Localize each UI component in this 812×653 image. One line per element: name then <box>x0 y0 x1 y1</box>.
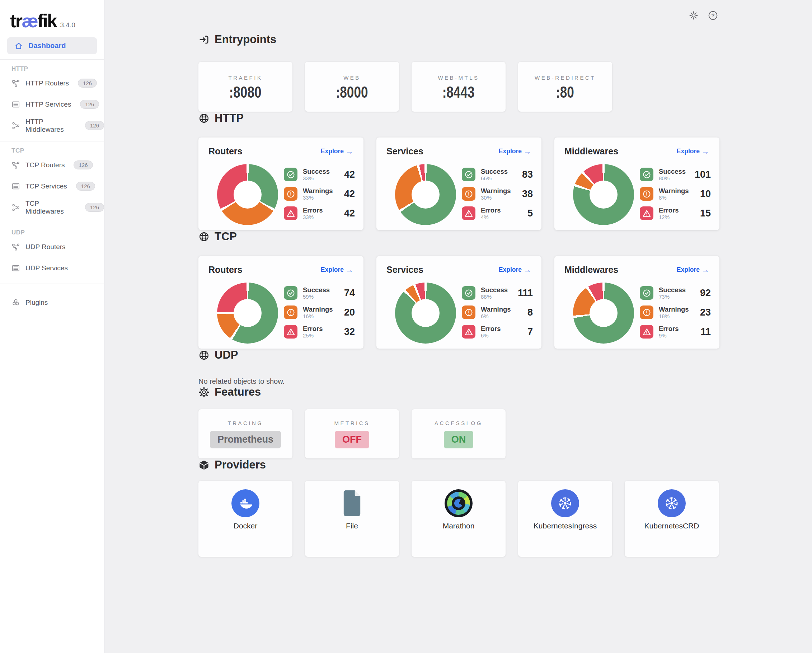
tcp-cards: Routers Explore→ Success 59% 74 Wa <box>198 256 812 349</box>
provider-card-file: File <box>305 481 399 557</box>
warning-icon <box>284 187 298 201</box>
warning-icon <box>462 306 475 319</box>
provider-name: KubernetesCRD <box>625 521 719 530</box>
entrypoint-port: :8000 <box>305 83 399 102</box>
legend-value: 42 <box>344 208 355 219</box>
legend-value: 15 <box>700 208 711 219</box>
entrypoint-card-traefik: TRAEFIK :8080 <box>198 62 292 112</box>
legend-row-success: Success 88% 111 <box>462 286 533 300</box>
legend-percent: 6% <box>481 332 501 338</box>
legend-value: 10 <box>700 188 711 200</box>
card-header: Routers Explore→ <box>198 138 363 156</box>
sidebar-item-http-middlewares[interactable]: HTTP Middlewares 126 <box>0 115 104 136</box>
legend-percent: 59% <box>303 294 330 300</box>
card-legend: Success 33% 42 Warnings 33% 42 <box>284 168 355 226</box>
sidebar-item-http-routers[interactable]: HTTP Routers 126 <box>0 72 104 94</box>
legend-text: Warnings 33% <box>303 187 333 201</box>
sidebar-group-label: TCP <box>0 147 104 154</box>
legend-percent: 80% <box>659 175 686 181</box>
count-badge: 126 <box>85 121 104 130</box>
provider-name: Docker <box>198 521 292 530</box>
routers-icon <box>11 161 20 170</box>
sidebar-item-label: TCP Services <box>26 182 67 190</box>
http-middlewares-card: Middlewares Explore→ Success 80% 101 <box>554 138 719 230</box>
arrow-right-icon: → <box>345 148 353 154</box>
kubernetes-icon <box>551 489 579 517</box>
sidebar-item-tcp-services[interactable]: TCP Services 126 <box>0 176 104 197</box>
sidebar-item-udp-services[interactable]: UDP Services <box>0 257 104 278</box>
sidebar-item-tcp-routers[interactable]: TCP Routers 126 <box>0 154 104 176</box>
legend-row-errors: Errors 33% 42 <box>284 206 355 220</box>
legend-value: 42 <box>344 169 355 180</box>
legend-row-success: Success 66% 83 <box>462 168 533 181</box>
main-content: Entrypoints TRAEFIK :8080 WEB :8000 WEB-… <box>105 0 812 653</box>
legend-row-errors: Errors 4% 5 <box>462 206 533 220</box>
sidebar-item-dashboard[interactable]: Dashboard <box>7 37 97 54</box>
legend-label: Errors <box>659 207 679 214</box>
entrypoint-name: TRAEFIK <box>198 75 292 81</box>
legend-percent: 25% <box>303 332 323 338</box>
card-header: Services Explore→ <box>376 138 542 156</box>
legend-row-errors: Errors 12% 15 <box>640 206 711 220</box>
provider-card-marathon: Marathon <box>412 481 505 557</box>
globe-icon <box>198 350 209 361</box>
legend-percent: 9% <box>659 332 679 338</box>
legend-label: Errors <box>303 207 323 214</box>
middlewares-icon <box>11 121 20 130</box>
sidebar-item-label: HTTP Routers <box>26 80 69 87</box>
success-icon <box>462 168 475 181</box>
legend-value: 7 <box>527 326 533 338</box>
donut-chart <box>573 164 634 225</box>
explore-link[interactable]: Explore→ <box>321 266 353 274</box>
legend-row-warnings: Warnings 6% 8 <box>462 306 533 319</box>
legend-row-warnings: Warnings 16% 20 <box>284 306 355 319</box>
legend-percent: 73% <box>659 294 686 300</box>
sidebar-item-label: HTTP Middlewares <box>26 118 76 133</box>
legend-percent: 16% <box>303 313 333 319</box>
app-logo: træfik 3.4.0 <box>0 0 104 29</box>
section-title: Providers <box>215 459 266 471</box>
legend-label: Warnings <box>481 306 511 313</box>
legend-label: Success <box>659 286 686 294</box>
explore-link[interactable]: Explore→ <box>499 148 531 155</box>
feature-name: ACCESSLOG <box>412 420 505 426</box>
entrypoint-card-web-mtls: WEB-MTLS :8443 <box>412 62 505 112</box>
explore-link[interactable]: Explore→ <box>321 148 353 155</box>
legend-text: Warnings 6% <box>481 306 511 319</box>
section-title: HTTP <box>215 112 244 125</box>
sidebar-item-udp-routers[interactable]: UDP Routers <box>0 236 104 257</box>
legend-text: Warnings 18% <box>659 306 689 319</box>
success-icon <box>462 286 475 300</box>
features-cards: TRACING Prometheus METRICS OFF ACCESSLOG… <box>198 409 812 459</box>
error-icon <box>284 325 298 338</box>
donut-hole <box>412 180 440 209</box>
explore-link[interactable]: Explore→ <box>677 266 710 274</box>
donut-chart <box>573 283 634 344</box>
legend-text: Errors 33% <box>303 207 323 220</box>
provider-name: File <box>305 521 399 530</box>
explore-link[interactable]: Explore→ <box>677 148 710 155</box>
sidebar-item-http-services[interactable]: HTTP Services 126 <box>0 94 104 115</box>
legend-label: Errors <box>481 325 501 332</box>
explore-link[interactable]: Explore→ <box>499 266 531 274</box>
donut-chart <box>217 164 278 225</box>
sidebar-item-plugins[interactable]: Plugins <box>0 292 104 313</box>
sidebar-item-tcp-middlewares[interactable]: TCP Middlewares 126 <box>0 197 104 218</box>
legend-value: 20 <box>344 307 355 318</box>
card-legend: Success 80% 101 Warnings 8% 10 <box>640 168 711 226</box>
legend-percent: 18% <box>659 313 689 319</box>
sidebar-item-label: HTTP Services <box>26 101 71 109</box>
legend-text: Errors 9% <box>659 325 679 338</box>
legend-text: Warnings 8% <box>659 187 689 201</box>
docker-icon <box>232 489 259 517</box>
legend-text: Success 33% <box>303 168 330 181</box>
legend-label: Warnings <box>659 187 689 194</box>
donut-hole <box>412 299 440 327</box>
legend-label: Errors <box>481 207 501 214</box>
gear-icon <box>198 387 209 398</box>
count-badge: 126 <box>78 79 97 87</box>
legend-text: Success 73% <box>659 286 686 300</box>
app-logo-text: træfik <box>10 12 57 29</box>
legend-row-success: Success 59% 74 <box>284 286 355 300</box>
entrypoint-name: WEB-REDIRECT <box>518 75 612 81</box>
